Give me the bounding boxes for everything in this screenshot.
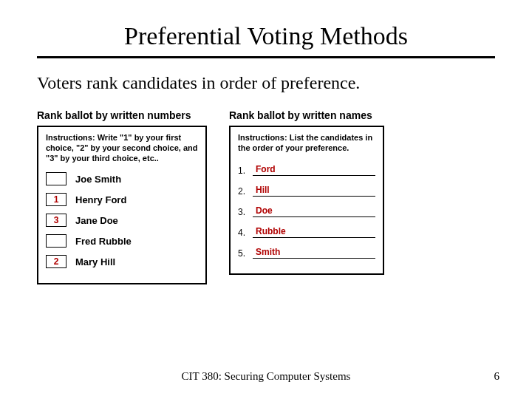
footer-text: CIT 380: Securing Computer Systems [0, 370, 532, 383]
ballot-row: 2 Mary Hill [46, 255, 198, 268]
write-line: Smith [253, 245, 375, 259]
ballot-row: Joe Smith [46, 172, 198, 185]
title-rule [37, 56, 495, 58]
candidate-name: Henry Ford [75, 194, 126, 205]
ballot-row: 1 Henry Ford [46, 193, 198, 206]
page-number: 6 [494, 370, 500, 383]
candidate-name: Jane Doe [75, 215, 118, 226]
rank-box: 2 [46, 255, 66, 268]
write-line: Hill [253, 183, 375, 197]
ballot-numbers-heading: Rank ballot by written numbers [37, 109, 207, 121]
slide-title: Preferential Voting Methods [44, 22, 488, 56]
ordinal: 2. [238, 186, 253, 197]
ballots-container: Rank ballot by written numbers Instructi… [37, 109, 502, 284]
ballot-names-heading: Rank ballot by written names [229, 109, 384, 121]
ballot-row: 3 Jane Doe [46, 214, 198, 227]
ballot-names-instructions: Instructions: List the candidates in the… [238, 133, 375, 154]
written-name: Doe [256, 205, 273, 216]
ballot-names-col: Rank ballot by written names Instruction… [229, 109, 384, 284]
write-line: Ford [253, 163, 375, 176]
ballot-numbers-instructions: Instructions: Write "1" by your first ch… [46, 133, 198, 163]
ballot-numbers-box: Instructions: Write "1" by your first ch… [37, 126, 207, 284]
ballot-row: 3. Doe [238, 204, 375, 217]
candidate-name: Mary Hill [75, 256, 115, 267]
slide-subtitle: Voters rank candidates in order of prefe… [37, 73, 495, 93]
ballot-names-box: Instructions: List the candidates in the… [229, 126, 384, 275]
written-name: Ford [256, 164, 276, 175]
candidate-name: Joe Smith [75, 174, 121, 185]
ballot-row: 2. Hill [238, 183, 375, 197]
ballot-numbers-col: Rank ballot by written numbers Instructi… [37, 109, 207, 284]
rank-box [46, 172, 66, 185]
ballot-row: 1. Ford [238, 163, 375, 176]
ballot-row: 4. Rubble [238, 225, 375, 238]
rank-box: 3 [46, 214, 66, 227]
rank-box [46, 234, 66, 248]
candidate-name: Fred Rubble [75, 236, 132, 247]
ordinal: 5. [238, 248, 253, 259]
ordinal: 1. [238, 166, 253, 176]
written-name: Hill [256, 185, 270, 196]
ordinal: 3. [238, 207, 253, 217]
written-name: Rubble [256, 226, 286, 237]
ballot-row: 5. Smith [238, 245, 375, 259]
ordinal: 4. [238, 228, 253, 238]
ballot-row: Fred Rubble [46, 234, 198, 248]
written-name: Smith [256, 247, 280, 258]
rank-box: 1 [46, 193, 66, 206]
write-line: Doe [253, 204, 375, 217]
write-line: Rubble [253, 225, 375, 238]
